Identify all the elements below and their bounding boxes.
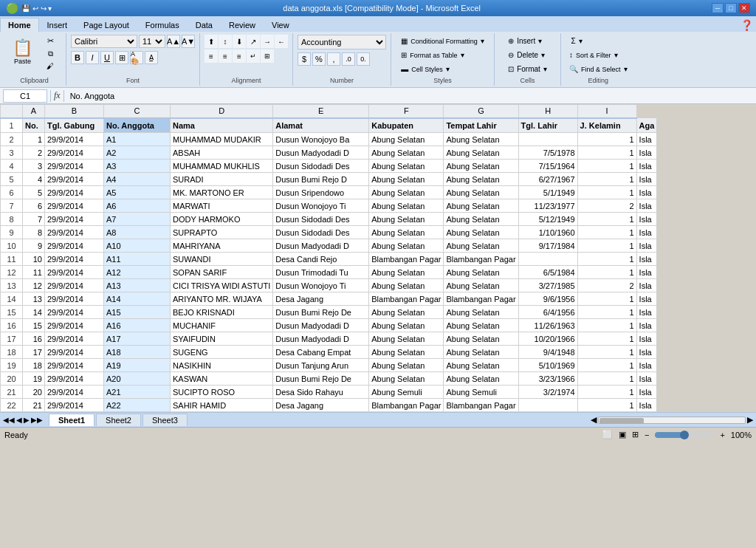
row-num-9[interactable]: 9: [1, 226, 23, 239]
cell-r18-c0[interactable]: 17: [23, 346, 45, 359]
cell-r8-c7[interactable]: 5/12/1949: [518, 213, 577, 226]
cell-reference-box[interactable]: [3, 89, 47, 103]
cell-r11-c4[interactable]: Desa Candi Rejo: [273, 253, 369, 266]
cell-r6-c5[interactable]: Abung Selatan: [369, 186, 444, 199]
cell-r18-c6[interactable]: Abung Selatan: [444, 346, 518, 359]
cell-r18-c1[interactable]: 29/9/2014: [45, 346, 104, 359]
cell-r10-c8[interactable]: 1: [577, 239, 636, 253]
cell-r5-c2[interactable]: A4: [104, 173, 171, 186]
insert-button[interactable]: ⊕ Insert ▾: [504, 35, 546, 47]
cell-r5-c8[interactable]: 1: [577, 173, 636, 186]
cell-r6-c1[interactable]: 29/9/2014: [45, 186, 104, 199]
cell-r17-c1[interactable]: 29/9/2014: [45, 332, 104, 346]
cell-r4-c1[interactable]: 29/9/2014: [45, 160, 104, 173]
cell-r20-c3[interactable]: KASWAN: [171, 372, 273, 386]
zoom-out-button[interactable]: −: [645, 431, 649, 439]
cell-r6-c9[interactable]: Isla: [636, 186, 657, 199]
cell-r5-c0[interactable]: 4: [23, 173, 45, 186]
row-num-6[interactable]: 6: [1, 186, 23, 199]
cell-r16-c6[interactable]: Abung Selatan: [444, 319, 518, 332]
tab-data[interactable]: Data: [188, 18, 221, 32]
cell-r9-c7[interactable]: 1/10/1960: [518, 226, 577, 239]
cell-r5-c6[interactable]: Abung Selatan: [444, 173, 518, 186]
maximize-button[interactable]: □: [725, 3, 737, 13]
cell-r6-c6[interactable]: Abung Selatan: [444, 186, 518, 199]
merge-center-button[interactable]: ⊞: [261, 49, 274, 63]
cell-r21-c2[interactable]: A21: [104, 386, 171, 399]
row-num-7[interactable]: 7: [1, 199, 23, 213]
cell-r11-c2[interactable]: A11: [104, 253, 171, 266]
cell-r20-c6[interactable]: Abung Selatan: [444, 372, 518, 386]
col-header-I[interactable]: I: [577, 105, 636, 118]
cell-r16-c8[interactable]: 1: [577, 319, 636, 332]
cell-r13-c8[interactable]: 2: [577, 279, 636, 292]
zoom-slider-thumb[interactable]: [680, 431, 689, 439]
col-header-H[interactable]: H: [518, 105, 577, 118]
cell-r15-c8[interactable]: 1: [577, 306, 636, 319]
col-header-E[interactable]: E: [273, 105, 369, 118]
cell-r9-c3[interactable]: SUPRAPTO: [171, 226, 273, 239]
row-num-13[interactable]: 13: [1, 279, 23, 292]
cell-r9-c2[interactable]: A8: [104, 226, 171, 239]
cell-r11-c7[interactable]: [518, 253, 577, 266]
header-cell-2[interactable]: No. Anggota: [104, 118, 171, 133]
currency-button[interactable]: $: [298, 52, 311, 66]
col-header-B[interactable]: B: [45, 105, 104, 118]
number-format-select[interactable]: Accounting: [298, 35, 386, 49]
cell-r7-c8[interactable]: 2: [577, 199, 636, 213]
cell-r10-c1[interactable]: 29/9/2014: [45, 239, 104, 253]
cell-r12-c1[interactable]: 29/9/2014: [45, 266, 104, 279]
cell-r22-c3[interactable]: SAHIR HAMID: [171, 399, 273, 412]
cell-r2-c2[interactable]: A1: [104, 133, 171, 146]
row-num-19[interactable]: 19: [1, 359, 23, 372]
format-button[interactable]: ⊡ Format ▾: [504, 63, 551, 75]
row-num-20[interactable]: 20: [1, 372, 23, 386]
font-size-select[interactable]: 11: [139, 35, 165, 48]
sheet-tab-3[interactable]: Sheet3: [142, 414, 188, 426]
cell-r14-c3[interactable]: ARIYANTO MR. WIJAYA: [171, 292, 273, 306]
cell-r20-c5[interactable]: Abung Selatan: [369, 372, 444, 386]
cell-r15-c0[interactable]: 14: [23, 306, 45, 319]
cell-r15-c2[interactable]: A15: [104, 306, 171, 319]
cell-r3-c9[interactable]: Isla: [636, 146, 657, 160]
cell-r21-c9[interactable]: Isla: [636, 386, 657, 399]
window-controls[interactable]: ─ □ ✕: [712, 3, 750, 13]
sheet-nav-buttons[interactable]: ◀◀ ◀ ▶ ▶▶: [3, 416, 43, 424]
cell-r3-c6[interactable]: Abung Selatan: [444, 146, 518, 160]
align-middle-button[interactable]: ↕: [219, 35, 232, 48]
cell-r7-c0[interactable]: 6: [23, 199, 45, 213]
cell-r19-c7[interactable]: 5/10/1969: [518, 359, 577, 372]
cell-r15-c7[interactable]: 6/4/1956: [518, 306, 577, 319]
cell-r18-c4[interactable]: Desa Cabang Empat: [273, 346, 369, 359]
sheet-next-button[interactable]: ▶: [24, 416, 30, 424]
cell-r2-c7[interactable]: [518, 133, 577, 146]
cell-r13-c6[interactable]: Abung Selatan: [444, 279, 518, 292]
col-header-F[interactable]: F: [369, 105, 444, 118]
copy-button[interactable]: ⧉: [39, 48, 61, 60]
underline-button[interactable]: U: [100, 51, 114, 64]
cell-r9-c0[interactable]: 8: [23, 226, 45, 239]
cell-r6-c7[interactable]: 5/1/1949: [518, 186, 577, 199]
cell-r10-c7[interactable]: 9/17/1984: [518, 239, 577, 253]
bold-button[interactable]: B: [71, 51, 84, 64]
cell-r12-c2[interactable]: A12: [104, 266, 171, 279]
cell-r22-c2[interactable]: A22: [104, 399, 171, 412]
cell-r8-c4[interactable]: Dusun Sidodadi Des: [273, 213, 369, 226]
cell-r14-c1[interactable]: 29/9/2014: [45, 292, 104, 306]
cell-r16-c2[interactable]: A16: [104, 319, 171, 332]
cell-r17-c9[interactable]: Isla: [636, 332, 657, 346]
cut-button[interactable]: ✂: [39, 35, 61, 47]
cell-r12-c0[interactable]: 11: [23, 266, 45, 279]
cell-r18-c9[interactable]: Isla: [636, 346, 657, 359]
cell-r5-c7[interactable]: 6/27/1967: [518, 173, 577, 186]
tab-page-layout[interactable]: Page Layout: [75, 18, 137, 32]
cell-r18-c5[interactable]: Abung Selatan: [369, 346, 444, 359]
cell-r10-c4[interactable]: Dusun Madyodadi D: [273, 239, 369, 253]
cell-r22-c9[interactable]: Isla: [636, 399, 657, 412]
close-button[interactable]: ✕: [738, 3, 750, 13]
formula-input[interactable]: [67, 89, 753, 103]
format-table-button[interactable]: ⊞ Format as Table ▾: [397, 49, 467, 61]
cell-r8-c3[interactable]: DODY HARMOKO: [171, 213, 273, 226]
header-cell-7[interactable]: Tgl. Lahir: [518, 118, 577, 133]
cell-r2-c0[interactable]: 1: [23, 133, 45, 146]
